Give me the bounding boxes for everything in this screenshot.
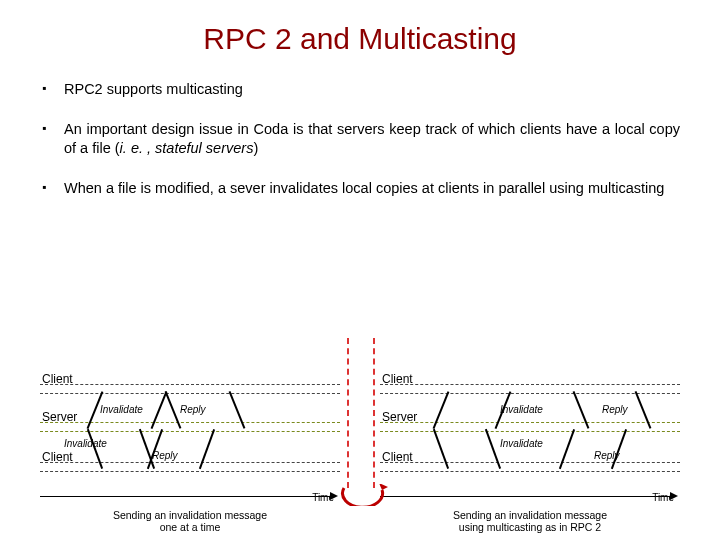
diagram-left: Client Server Client Invalidate Reply In…	[40, 372, 340, 534]
right-caption: Sending an invalidation message using mu…	[380, 509, 680, 534]
transition-arrow-icon	[340, 484, 388, 504]
bullet-1-text: RPC2 supports multicasting	[64, 81, 243, 97]
left-caption-line1: Sending an invalidation message	[113, 509, 267, 521]
right-caption-line1: Sending an invalidation message	[453, 509, 607, 521]
right-reply1: Reply	[602, 404, 628, 415]
slide-title: RPC 2 and Multicasting	[40, 22, 680, 56]
right-invalidate2: Invalidate	[500, 438, 543, 449]
left-caption-line2: one at a time	[160, 521, 221, 533]
left-reply2: Reply	[152, 450, 178, 461]
bullet-2-italic: i. e. , stateful servers	[120, 140, 254, 156]
right-time-axis	[380, 490, 680, 504]
left-client1-lane	[40, 384, 340, 394]
right-caption-line2: using multicasting as in RPC 2	[459, 521, 601, 533]
left-reply1: Reply	[180, 404, 206, 415]
left-invalidate2: Invalidate	[64, 438, 107, 449]
bullet-1: RPC2 supports multicasting	[40, 80, 680, 100]
left-invalidate1: Invalidate	[100, 404, 143, 415]
right-server-lane	[380, 422, 680, 432]
bullet-3-text: When a file is modified, a sever invalid…	[64, 180, 664, 196]
left-client2-lane	[40, 462, 340, 472]
right-invalidate1: Invalidate	[500, 404, 543, 415]
left-time-axis	[40, 490, 340, 504]
left-server-lane	[40, 422, 340, 432]
diagram-right: Client Server Client Invalidate Reply In…	[380, 372, 680, 534]
bullet-2-after: )	[253, 140, 258, 156]
bullet-2: An important design issue in Coda is tha…	[40, 120, 680, 159]
bullet-3: When a file is modified, a sever invalid…	[40, 179, 680, 199]
right-client2-lane	[380, 462, 680, 472]
left-caption: Sending an invalidation message one at a…	[40, 509, 340, 534]
